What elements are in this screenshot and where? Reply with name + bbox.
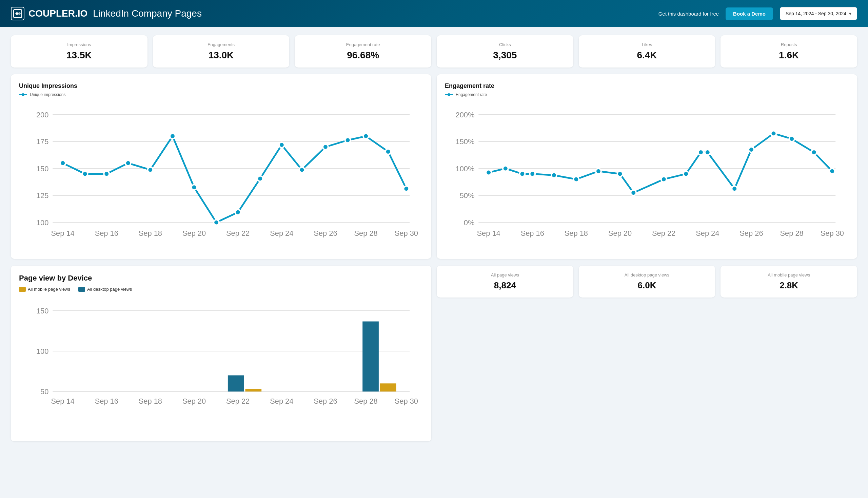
svg-text:Sep 26: Sep 26 xyxy=(313,397,337,405)
chart-dot xyxy=(323,144,328,149)
logo-area: COUPLER.IO LinkedIn Company Pages xyxy=(11,7,652,21)
chart-dot xyxy=(170,133,175,139)
svg-text:150: 150 xyxy=(36,165,49,173)
legend-line-impressions xyxy=(19,94,27,95)
svg-text:200: 200 xyxy=(36,110,49,119)
chart-dot xyxy=(214,220,219,225)
device-legend: All mobile page views All desktop page v… xyxy=(19,287,423,292)
chart-dot xyxy=(705,149,710,155)
kpi-row: Impressions 13.5K Engagements 13.0K Enga… xyxy=(11,35,857,67)
kpi-value-engagements: 13.0K xyxy=(158,50,284,61)
bar-desktop-sep29 xyxy=(362,322,379,392)
chart-dot xyxy=(617,171,623,177)
svg-text:Sep 16: Sep 16 xyxy=(95,397,118,405)
chevron-down-icon: ▾ xyxy=(849,11,851,16)
app-brand: COUPLER.IO xyxy=(28,8,88,19)
legend-item-desktop: All desktop page views xyxy=(78,287,132,292)
unique-impressions-chart-card: Unique Impressions Unique impressions 20… xyxy=(11,74,431,259)
chart-dot xyxy=(596,169,601,174)
svg-text:200%: 200% xyxy=(456,110,475,119)
chart-dot xyxy=(789,136,794,142)
engagement-rate-legend: Engagement rate xyxy=(445,92,849,97)
chart-dot xyxy=(732,186,737,191)
svg-text:Sep 18: Sep 18 xyxy=(139,397,162,405)
main-content: Impressions 13.5K Engagements 13.0K Enga… xyxy=(0,27,868,449)
kpi-label-engagements: Engagements xyxy=(158,42,284,47)
kpi-card-reposts: Reposts 1.6K xyxy=(721,35,857,67)
chart-dot xyxy=(235,210,241,215)
kpi-label-likes: Likes xyxy=(584,42,710,47)
chart-dot xyxy=(811,149,817,155)
header: COUPLER.IO LinkedIn Company Pages Get th… xyxy=(0,0,868,27)
svg-text:125: 125 xyxy=(36,191,49,200)
svg-text:50: 50 xyxy=(40,388,49,396)
stat-card-mobile-page-views: All mobile page views 2.8K xyxy=(721,266,857,298)
svg-text:Sep 28: Sep 28 xyxy=(354,229,378,237)
bottom-row: Page view by Device All mobile page view… xyxy=(11,266,857,441)
chart-dot xyxy=(503,166,508,171)
device-chart-svg: 150 100 50 Sep 14 Sep 16 Sep 18 Sep 20 S… xyxy=(19,297,423,432)
stat-label-desktop-page-views: All desktop page views xyxy=(584,272,710,277)
mobile-swatch xyxy=(19,287,26,292)
coupler-logo-icon xyxy=(11,7,24,21)
header-actions: Get this dashboard for free Book a Demo … xyxy=(658,7,857,20)
svg-text:Sep 20: Sep 20 xyxy=(183,397,206,405)
svg-text:50%: 50% xyxy=(460,191,475,200)
get-dashboard-link[interactable]: Get this dashboard for free xyxy=(658,11,719,17)
chart-dot xyxy=(551,173,557,178)
right-stats: All page views 8,824 All desktop page vi… xyxy=(437,266,857,441)
stat-card-desktop-page-views: All desktop page views 6.0K xyxy=(579,266,716,298)
svg-text:Sep 18: Sep 18 xyxy=(139,229,162,237)
page-title: LinkedIn Company Pages xyxy=(93,8,202,19)
unique-impressions-title: Unique Impressions xyxy=(19,82,423,90)
kpi-card-impressions: Impressions 13.5K xyxy=(11,35,147,67)
svg-text:Sep 14: Sep 14 xyxy=(51,229,75,237)
chart-dot xyxy=(191,185,197,190)
svg-text:Sep 28: Sep 28 xyxy=(354,397,378,405)
kpi-card-likes: Likes 6.4K xyxy=(579,35,716,67)
chart-dot xyxy=(82,171,88,177)
chart-dot xyxy=(299,167,305,173)
svg-text:150%: 150% xyxy=(456,137,475,146)
engagement-rate-title: Engagement rate xyxy=(445,82,849,90)
svg-text:175: 175 xyxy=(36,137,49,146)
stat-label-mobile-page-views: All mobile page views xyxy=(726,272,852,277)
svg-text:Sep 26: Sep 26 xyxy=(313,229,337,237)
chart-dot xyxy=(125,160,131,166)
chart-dot xyxy=(530,171,535,177)
legend-item-mobile: All mobile page views xyxy=(19,287,70,292)
book-demo-button[interactable]: Book a Demo xyxy=(725,8,773,20)
chart-dot xyxy=(631,190,636,195)
kpi-value-reposts: 1.6K xyxy=(726,50,852,61)
stat-value-mobile-page-views: 2.8K xyxy=(726,280,852,291)
svg-text:Sep 16: Sep 16 xyxy=(95,229,118,237)
engagement-line xyxy=(489,133,832,193)
page-view-device-title: Page view by Device xyxy=(19,274,423,283)
chart-dot xyxy=(520,171,525,177)
legend-label-engagement: Engagement rate xyxy=(456,92,487,97)
engagement-rate-svg: 200% 150% 100% 50% 0% Sep 14 Sep 16 Sep … xyxy=(445,101,849,249)
chart-dot xyxy=(279,142,284,147)
legend-label-mobile: All mobile page views xyxy=(28,287,70,292)
kpi-card-engagements: Engagements 13.0K xyxy=(153,35,290,67)
charts-row: Unique Impressions Unique impressions 20… xyxy=(11,74,857,259)
kpi-label-clicks: Clicks xyxy=(442,42,568,47)
svg-text:Sep 18: Sep 18 xyxy=(564,229,588,237)
stat-value-all-page-views: 8,824 xyxy=(442,280,568,291)
bar-mobile-sep29 xyxy=(380,383,396,392)
stat-card-all-page-views: All page views 8,824 xyxy=(437,266,573,298)
date-range-value: Sep 14, 2024 - Sep 30, 2024 xyxy=(786,11,846,16)
chart-dot xyxy=(386,149,391,154)
chart-dot xyxy=(486,170,491,175)
stat-value-desktop-page-views: 6.0K xyxy=(584,280,710,291)
svg-text:100: 100 xyxy=(36,219,49,227)
date-range-picker[interactable]: Sep 14, 2024 - Sep 30, 2024 ▾ xyxy=(780,7,857,20)
kpi-value-likes: 6.4K xyxy=(584,50,710,61)
svg-text:Sep 24: Sep 24 xyxy=(270,229,293,237)
kpi-card-clicks: Clicks 3,305 xyxy=(437,35,573,67)
impressions-line xyxy=(63,136,406,222)
svg-text:Sep 20: Sep 20 xyxy=(183,229,206,237)
svg-text:150: 150 xyxy=(36,307,49,315)
unique-impressions-legend: Unique impressions xyxy=(19,92,423,97)
bar-desktop-mid xyxy=(228,376,244,392)
